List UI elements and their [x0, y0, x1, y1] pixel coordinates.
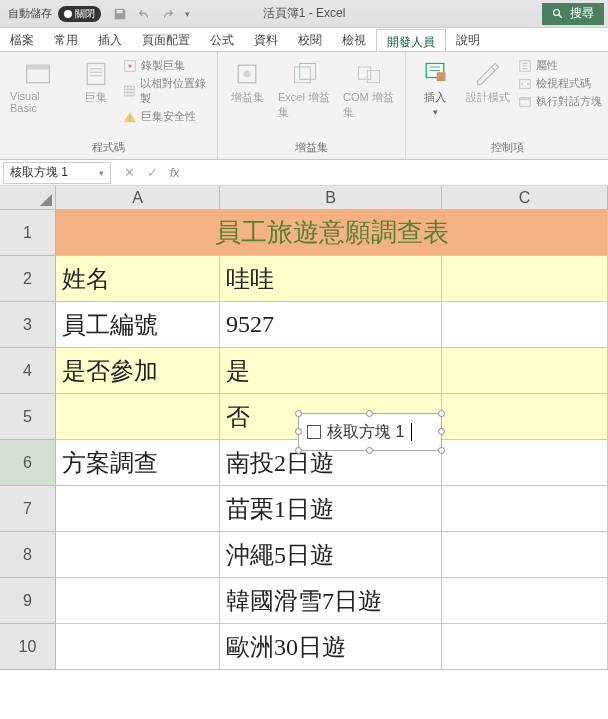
relative-ref-button[interactable]: 以相對位置錄製	[123, 76, 211, 106]
cell-c10[interactable]	[442, 624, 608, 670]
ribbon: Visual Basic 巨集 錄製巨集 以相對位置錄製 巨集安全性 程式碼 增…	[0, 52, 608, 160]
record-macro-button[interactable]: 錄製巨集	[123, 58, 211, 73]
view-code-button[interactable]: 檢視程式碼	[518, 76, 602, 91]
undo-icon[interactable]	[137, 7, 151, 21]
excel-addins-button[interactable]: Excel 增益集	[274, 56, 335, 124]
row-header-4[interactable]: 4	[0, 348, 56, 394]
cell-c9[interactable]	[442, 578, 608, 624]
col-header-a[interactable]: A	[56, 186, 220, 210]
cell-a6[interactable]: 方案調查	[56, 440, 220, 486]
cell-a2[interactable]: 姓名	[56, 256, 220, 302]
row-header-5[interactable]: 5	[0, 394, 56, 440]
cell-b2[interactable]: 哇哇	[220, 256, 442, 302]
autosave-toggle[interactable]: 關閉	[58, 6, 101, 22]
menu-formulas[interactable]: 公式	[200, 28, 244, 51]
row-header-2[interactable]: 2	[0, 256, 56, 302]
grid-icon	[123, 84, 136, 98]
svg-rect-9	[299, 64, 315, 80]
row-header-6[interactable]: 6	[0, 440, 56, 486]
cell-a7[interactable]	[56, 486, 220, 532]
menu-insert[interactable]: 插入	[88, 28, 132, 51]
search-icon	[552, 8, 564, 20]
svg-rect-11	[367, 71, 379, 83]
quick-access-toolbar: ▾	[113, 7, 190, 21]
cell-c8[interactable]	[442, 532, 608, 578]
search-box[interactable]: 搜尋	[542, 3, 604, 25]
row-header-9[interactable]: 9	[0, 578, 56, 624]
redo-icon[interactable]	[161, 7, 175, 21]
svg-rect-17	[520, 97, 531, 100]
menu-view[interactable]: 檢視	[332, 28, 376, 51]
record-icon	[123, 59, 137, 73]
ribbon-group-code: Visual Basic 巨集 錄製巨集 以相對位置錄製 巨集安全性 程式碼	[0, 52, 218, 159]
menu-help[interactable]: 說明	[446, 28, 490, 51]
cell-c3[interactable]	[442, 302, 608, 348]
cell-c7[interactable]	[442, 486, 608, 532]
insert-ctrl-icon	[421, 60, 449, 88]
cell-c5[interactable]	[442, 394, 608, 440]
cancel-icon[interactable]: ✕	[124, 165, 135, 180]
row-header-3[interactable]: 3	[0, 302, 56, 348]
menu-developer[interactable]: 開發人員	[376, 29, 446, 51]
title-bar: 自動儲存 關閉 ▾ 活頁簿1 - Excel 搜尋	[0, 0, 608, 28]
menu-layout[interactable]: 頁面配置	[132, 28, 200, 51]
cell-a5[interactable]	[56, 394, 220, 440]
com-addins-button[interactable]: COM 增益集	[339, 56, 399, 124]
run-dialog-button[interactable]: 執行對話方塊	[518, 94, 602, 109]
code-options: 錄製巨集 以相對位置錄製 巨集安全性	[123, 56, 211, 124]
cell-b8[interactable]: 沖繩5日遊	[220, 532, 442, 578]
col-header-b[interactable]: B	[220, 186, 442, 210]
macro-security-button[interactable]: 巨集安全性	[123, 109, 211, 124]
col-header-c[interactable]: C	[442, 186, 608, 210]
qat-dropdown-icon[interactable]: ▾	[185, 9, 190, 19]
cell-a8[interactable]	[56, 532, 220, 578]
props-icon	[518, 59, 532, 73]
visual-basic-button[interactable]: Visual Basic	[6, 56, 69, 118]
menu-data[interactable]: 資料	[244, 28, 288, 51]
design-icon	[474, 60, 502, 88]
menu-bar: 檔案 常用 插入 頁面配置 公式 資料 校閱 檢視 開發人員 說明	[0, 28, 608, 52]
checkbox-box[interactable]	[307, 425, 321, 439]
cell-c4[interactable]	[442, 348, 608, 394]
name-box[interactable]: 核取方塊 1▾	[3, 162, 111, 184]
addins-button[interactable]: 增益集	[224, 56, 270, 109]
autosave-label: 自動儲存	[8, 6, 52, 21]
properties-button[interactable]: 屬性	[518, 58, 602, 73]
fx-icon[interactable]: fx	[170, 166, 179, 180]
cell-b3[interactable]: 9527	[220, 302, 442, 348]
dialog-icon	[518, 95, 532, 109]
cell-title[interactable]: 員工旅遊意願調查表	[56, 210, 608, 256]
row-header-7[interactable]: 7	[0, 486, 56, 532]
checkbox-label: 核取方塊 1	[327, 422, 404, 443]
enter-icon[interactable]: ✓	[147, 165, 158, 180]
row-header-8[interactable]: 8	[0, 532, 56, 578]
cell-b7[interactable]: 苗栗1日遊	[220, 486, 442, 532]
cell-b10[interactable]: 歐洲30日遊	[220, 624, 442, 670]
design-mode-button[interactable]: 設計模式	[462, 56, 514, 109]
cell-b4[interactable]: 是	[220, 348, 442, 394]
cell-c2[interactable]	[442, 256, 608, 302]
menu-home[interactable]: 常用	[44, 28, 88, 51]
svg-point-5	[128, 64, 132, 68]
ribbon-group-controls: 插入▾ 設計模式 屬性 檢視程式碼 執行對話方塊 控制項	[406, 52, 608, 159]
code-icon	[518, 77, 532, 91]
save-icon[interactable]	[113, 7, 127, 21]
cell-c6[interactable]	[442, 440, 608, 486]
menu-file[interactable]: 檔案	[0, 28, 44, 51]
group-label-addins: 增益集	[295, 138, 328, 157]
row-header-1[interactable]: 1	[0, 210, 56, 256]
cell-a9[interactable]	[56, 578, 220, 624]
svg-rect-10	[359, 67, 371, 79]
cell-a4[interactable]: 是否參加	[56, 348, 220, 394]
cell-b9[interactable]: 韓國滑雪7日遊	[220, 578, 442, 624]
macros-button[interactable]: 巨集	[73, 56, 119, 109]
addin-icon	[233, 60, 261, 88]
insert-control-button[interactable]: 插入▾	[412, 56, 458, 121]
select-all-corner[interactable]	[0, 186, 56, 210]
cell-a3[interactable]: 員工編號	[56, 302, 220, 348]
floating-checkbox-control[interactable]: 核取方塊 1	[298, 413, 442, 451]
group-label-code: 程式碼	[92, 138, 125, 157]
menu-review[interactable]: 校閱	[288, 28, 332, 51]
cell-a10[interactable]	[56, 624, 220, 670]
row-header-10[interactable]: 10	[0, 624, 56, 670]
